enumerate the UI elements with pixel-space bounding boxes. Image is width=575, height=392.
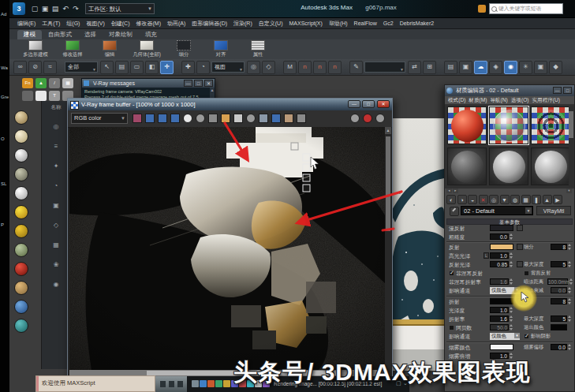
new-scene-icon[interactable]: ▢ [30,3,39,14]
affect-shadows-checkbox[interactable] [524,334,529,339]
open-file-icon[interactable]: ▣ [40,3,50,14]
load-image-icon[interactable] [221,114,230,123]
go-to-parent-icon[interactable]: ▲ [543,195,552,204]
taskbar-app-icon[interactable] [215,380,222,387]
schematic-view-icon[interactable]: ◈ [489,61,502,74]
select-rotate-icon[interactable]: ◔ [196,61,210,74]
menu-item[interactable]: DebrisMaker2 [397,21,438,26]
spinner[interactable] [568,261,572,267]
named-selection-dropdown[interactable]: ▼ [364,62,405,73]
leaf-icon[interactable] [14,243,28,257]
clear-image-icon[interactable] [246,114,256,123]
refr-subdivs-field[interactable]: 8 [551,298,567,304]
minimize-icon[interactable]: — [184,80,192,87]
menu-item[interactable]: RealFlow [351,21,380,26]
scene-display-icon[interactable]: ◔ [50,182,62,189]
star-icon[interactable] [14,205,28,219]
spinner[interactable] [568,298,572,304]
compare-images-icon[interactable] [271,114,281,123]
rollout-icon[interactable] [14,110,28,125]
material-editor-menu-item[interactable]: 模式(D) [448,97,465,104]
spinner[interactable] [510,233,513,240]
subdivs-field[interactable]: 8 [551,244,567,250]
fn-toolbar-icon[interactable]: Fn [22,78,33,88]
stop-render-icon[interactable] [363,114,372,123]
max-depth-field[interactable]: 5 [551,261,567,267]
material-editor-menu-item[interactable]: 导航(N) [490,97,507,104]
slots-scrollbar[interactable] [569,106,573,187]
scene-display-icon[interactable]: ◎ [50,123,62,130]
dim-falloff-field[interactable]: 0.0 [551,287,567,293]
refract-swatch[interactable] [490,298,513,304]
coin-icon[interactable] [14,224,28,238]
refr-max-depth-field[interactable]: 5 [551,315,567,322]
ribbon-panel-button[interactable]: 属性 [240,40,276,58]
spinner[interactable] [510,315,513,322]
scene-display-icon[interactable]: ◇ [50,222,62,229]
maximize-icon[interactable]: □ [563,87,572,94]
ribbon-tab[interactable]: 选择 [78,30,103,39]
material-type-button[interactable]: VRayMtl [536,206,571,215]
bone-tool-icon-3[interactable]: n [328,61,342,74]
pencil-icon[interactable]: ✎ [349,61,363,74]
reflect-gloss-field[interactable]: 0.85 [490,261,509,267]
abbe-field[interactable]: 50.0 [490,324,509,330]
save-file-icon[interactable]: ▤ [50,3,60,14]
refract-map-button[interactable] [517,298,523,304]
select-move-icon[interactable]: ✚ [181,61,195,74]
desktop-icon-label[interactable]: P [1,222,4,227]
maximize-icon[interactable]: □ [194,80,203,87]
scroll-up-icon[interactable]: ▲ [385,127,391,134]
reflect-map-button[interactable] [517,244,523,250]
spinner[interactable] [510,324,513,330]
workspace-dropdown[interactable]: 工作区: 默认 ▼ [85,3,155,14]
reflect-swatch[interactable] [490,244,513,250]
spinner[interactable] [569,278,573,285]
spinner[interactable] [510,252,513,259]
ribbon-panel-button[interactable]: 修改选择 [54,40,91,58]
taskbar-app-icon[interactable] [207,380,215,387]
maximize-icon[interactable]: □ [362,100,375,108]
menu-item[interactable]: 自定义(U) [256,20,286,28]
taskbar-app-icon[interactable] [192,380,199,387]
material-editor-window[interactable]: 材质编辑器 - 02 - Default — □ 模式(D)材质(M)导航(N)… [444,84,575,392]
vertical-scrollbar[interactable]: ▲ [385,127,391,370]
menu-item[interactable]: 渲染(R) [230,20,256,28]
ribbon-panel-button[interactable]: 对齐 [203,40,239,58]
diffuse-map-button[interactable] [517,225,523,231]
gem-icon[interactable] [14,167,28,181]
affect-channels-dropdown[interactable]: 仅颜色 ▼ [490,287,520,294]
put-to-scene-icon[interactable]: ◑ [457,195,467,204]
frame-buffer-titlebar[interactable]: V-Ray frame buffer - [100% of 1000 x 100… [68,99,392,110]
mirror-icon[interactable]: M [283,61,297,74]
select-by-name-icon[interactable]: ▤ [115,61,129,74]
glossiness-field[interactable]: 1.0 [490,307,509,313]
menu-item[interactable]: MAXScript(X) [286,21,325,26]
desktop-icon-label[interactable]: Gre [1,95,9,99]
red-channel-icon[interactable] [145,114,155,123]
spinner[interactable] [510,261,513,267]
bone-tool-icon-1[interactable]: n [298,61,312,74]
get-material-icon[interactable]: ◐ [446,195,456,204]
sphere-red-icon[interactable] [14,262,28,276]
menu-item[interactable]: 帮助(H) [326,20,351,28]
globe-icon[interactable] [14,300,28,314]
show-map-viewport-icon[interactable]: ▦ [521,195,531,204]
sample-slot-checker-red[interactable] [447,106,487,144]
fresnel-checkbox[interactable] [449,271,454,276]
vray-messages-titlebar[interactable]: V-Ray messages — □ ✕ [82,79,215,88]
layer-manager-icon[interactable]: ▤ [444,61,457,74]
graphite-icon[interactable]: ▣ [459,61,472,74]
scrollbar-thumb[interactable] [569,111,573,138]
sphere-white-icon[interactable] [14,148,28,162]
select-link-icon[interactable]: ∞ [13,61,27,74]
affect-channels-dropdown[interactable]: 仅颜色 ▼ [490,333,520,340]
material-id-icon[interactable]: ◍ [510,195,520,204]
backface-checkbox[interactable] [524,271,529,276]
welcome-maxscript-window[interactable]: 欢迎使用 MAXScript [35,375,155,392]
desktop-icon-label[interactable]: Wa [1,65,8,70]
close-icon[interactable]: ✕ [204,80,213,87]
scene-display-icon[interactable]: ▦ [50,241,62,248]
ribbon-panel-button[interactable]: 细分 [166,40,202,58]
sample-slot-checker-swirl[interactable] [531,106,570,144]
